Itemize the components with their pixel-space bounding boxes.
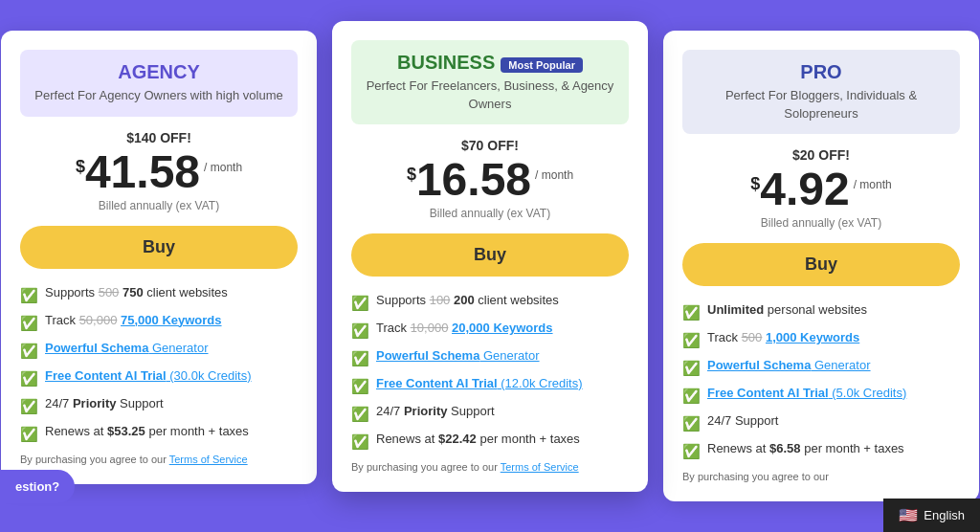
pro-price: 4.92 [760,166,849,212]
agency-terms: By purchasing you agree to our Terms of … [20,454,298,465]
business-terms: By purchasing you agree to our Terms of … [351,461,629,473]
check-icon: ✅ [20,285,38,305]
ai-link[interactable]: Free Content AI Trial (12.0k Credits) [376,376,583,390]
business-title: BUSINESS [397,52,495,74]
ai-link[interactable]: Free Content AI Trial (30.0k Credits) [45,368,252,383]
business-price-row: $ 16.58 / month [351,157,629,203]
list-item: ✅ Free Content AI Trial (12.0k Credits) [351,375,629,396]
check-icon: ✅ [20,313,38,333]
question-bubble[interactable]: estion? [0,470,75,503]
business-buy-button[interactable]: Buy [351,233,629,277]
check-icon: ✅ [351,404,369,424]
list-item: ✅ Powerful Schema Generator [20,340,298,361]
list-item: ✅ Free Content AI Trial (5.0k Credits) [682,385,960,406]
pro-features: ✅ Unlimited personal websites ✅ Track 50… [682,301,960,461]
check-icon: ✅ [351,376,369,396]
list-item: ✅ Renews at $22.42 per month + taxes [351,431,629,452]
agency-discount: $140 OFF! [20,130,298,145]
pro-subtitle: Perfect For Bloggers, Individuals & Solo… [692,87,950,122]
pro-buy-button[interactable]: Buy [682,243,960,286]
business-billed: Billed annually (ex VAT) [351,207,629,220]
list-item: ✅ 24/7 Priority Support [20,395,298,416]
list-item: ✅ Track 500 1,000 Keywords [682,329,960,350]
check-icon: ✅ [20,424,38,444]
check-icon: ✅ [682,413,701,433]
check-icon: ✅ [20,368,38,388]
list-item: ✅ Renews at $53.25 per month + taxes [20,423,298,444]
list-item: ✅ Renews at $6.58 per month + taxes [682,440,960,461]
pro-period: / month [854,178,892,191]
agency-price: 41.58 [85,149,200,195]
pro-terms: By purchasing you agree to our [682,471,960,482]
list-item: ✅ Supports 100 200 client websites [351,292,629,313]
check-icon: ✅ [351,348,369,368]
check-icon: ✅ [682,330,701,350]
flag-icon: 🇺🇸 [899,506,918,524]
schema-link[interactable]: Powerful Schema Generator [376,348,540,363]
pro-card: PRO Perfect For Bloggers, Individuals & … [663,31,979,500]
check-icon: ✅ [682,441,701,461]
agency-price-row: $ 41.58 / month [20,149,298,195]
schema-link[interactable]: Powerful Schema Generator [707,358,871,372]
list-item: ✅ 24/7 Support [682,412,960,433]
pro-billed: Billed annually (ex VAT) [682,216,960,230]
business-card: BUSINESS Most Popular Perfect For Freela… [332,21,648,491]
business-title-row: BUSINESS Most Popular [361,52,619,78]
agency-billed: Billed annually (ex VAT) [20,199,298,212]
keywords-link[interactable]: 75,000 Keywords [121,313,222,327]
pro-price-row: $ 4.92 / month [682,166,960,212]
agency-title: AGENCY [30,61,288,83]
pro-currency: $ [750,174,760,194]
list-item: ✅ Powerful Schema Generator [351,347,629,368]
business-discount: $70 OFF! [351,138,629,153]
check-icon: ✅ [351,432,369,452]
agency-features: ✅ Supports 500 750 client websites ✅ Tra… [20,284,298,444]
language-bar[interactable]: 🇺🇸 English [883,499,980,532]
agency-currency: $ [76,157,85,177]
tos-link[interactable]: Terms of Service [169,454,248,465]
language-label: English [924,508,965,522]
most-popular-badge: Most Popular [501,57,583,73]
list-item: ✅ Supports 500 750 client websites [20,284,298,305]
tos-link[interactable]: Terms of Service [501,461,579,473]
agency-subtitle: Perfect For Agency Owners with high volu… [30,87,288,104]
list-item: ✅ Powerful Schema Generator [682,357,960,378]
list-item: ✅ Track 10,000 20,000 Keywords [351,320,629,341]
business-period: / month [535,168,573,182]
pro-title: PRO [692,61,950,83]
agency-buy-button[interactable]: Buy [20,226,298,269]
check-icon: ✅ [20,341,38,361]
check-icon: ✅ [682,386,701,406]
business-currency: $ [407,165,416,185]
business-price: 16.58 [416,157,531,203]
list-item: ✅ Track 50,000 75,000 Keywords [20,312,298,333]
agency-card: AGENCY Perfect For Agency Owners with hi… [1,31,317,483]
business-subtitle: Perfect For Freelancers, Business, & Age… [361,78,619,112]
ai-link[interactable]: Free Content AI Trial (5.0k Credits) [707,386,906,400]
keywords-link[interactable]: 1,000 Keywords [766,330,859,344]
schema-link[interactable]: Powerful Schema Generator [45,341,209,355]
pro-card-header: PRO Perfect For Bloggers, Individuals & … [682,50,960,133]
check-icon: ✅ [20,396,38,416]
keywords-link[interactable]: 20,000 Keywords [452,321,553,335]
list-item: ✅ 24/7 Priority Support [351,403,629,424]
list-item: ✅ Free Content AI Trial (30.0k Credits) [20,367,298,388]
pricing-cards: AGENCY Perfect For Agency Owners with hi… [10,31,970,500]
business-card-header: BUSINESS Most Popular Perfect For Freela… [351,40,629,123]
business-features: ✅ Supports 100 200 client websites ✅ Tra… [351,292,629,452]
agency-card-header: AGENCY Perfect For Agency Owners with hi… [20,50,298,116]
check-icon: ✅ [351,293,369,313]
check-icon: ✅ [351,321,369,341]
check-icon: ✅ [682,358,701,378]
list-item: ✅ Unlimited personal websites [682,301,960,322]
pro-discount: $20 OFF! [682,147,960,163]
check-icon: ✅ [682,302,701,322]
agency-period: / month [204,161,242,174]
